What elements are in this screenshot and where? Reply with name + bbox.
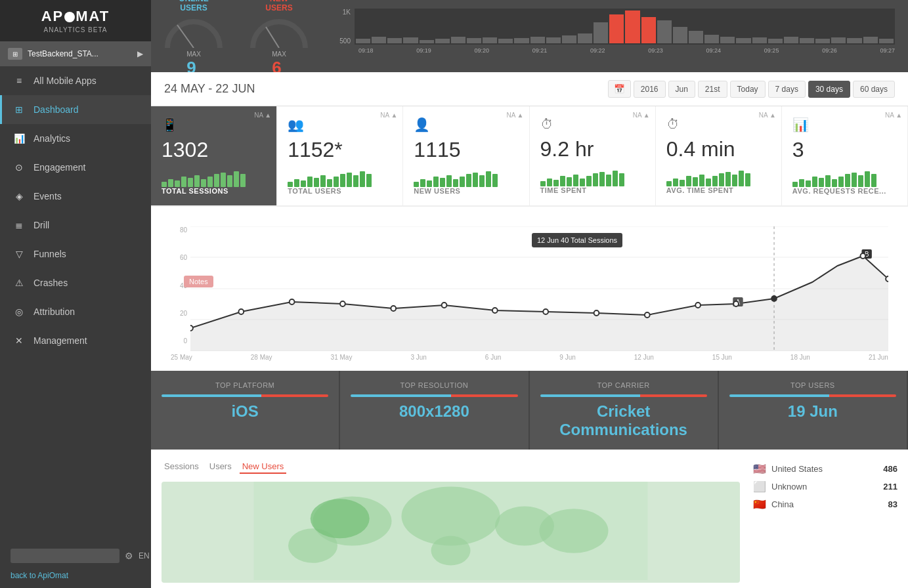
time-label: 09:19 (416, 47, 431, 54)
chevron-right-icon: ▶ (137, 49, 143, 58)
sidebar-item-drill[interactable]: ≣Drill (0, 211, 151, 240)
mini-bar (372, 37, 386, 43)
time-label: 09:18 (358, 47, 374, 54)
mini-bar (594, 22, 608, 43)
attribution-icon: ◎ (12, 305, 26, 318)
map-tab-sessions[interactable]: Sessions (162, 460, 202, 474)
date-btn-jun[interactable]: Jun (668, 81, 695, 98)
date-btn-21st[interactable]: 21st (698, 81, 727, 98)
metric-value-3: 9.2 hr (540, 137, 645, 161)
mini-bar (800, 38, 814, 43)
metric-bars-4 (666, 167, 771, 186)
svg-point-24 (886, 276, 888, 282)
bar (599, 172, 605, 186)
chart-tooltip: 12 Jun 40 Total Sessions (532, 233, 622, 247)
bar (825, 175, 831, 187)
metric-bars-3 (540, 167, 645, 186)
sidebar-item-engagement[interactable]: ⊙Engagement (0, 153, 151, 182)
metric-card-3[interactable]: NA ▲ ⏱ 9.2 hr TIME SPENT (530, 106, 656, 205)
bar (214, 174, 219, 187)
metric-label-3: TIME SPENT (540, 186, 645, 194)
nav-label-analytics: Analytics (33, 133, 70, 144)
svg-point-33 (431, 536, 471, 566)
mini-bar (420, 40, 434, 43)
app-selector-icon: ⊞ (8, 48, 22, 60)
x-label: 21 Jun (869, 354, 888, 361)
nav-label-dashboard: Dashboard (33, 104, 79, 115)
x-label: 28 May (251, 354, 272, 361)
nav-label-management: Management (33, 335, 87, 346)
bar (420, 179, 425, 187)
sidebar-item-analytics[interactable]: 📊Analytics (0, 124, 151, 153)
chart-time-labels: 09:1809:1909:2009:2109:2209:2309:2409:25… (335, 47, 895, 54)
stat-card-top-platform: TOP PLATFORM iOS (151, 371, 340, 450)
metric-card-2[interactable]: NA ▲ 👤 1115 NEW USERS (403, 106, 529, 205)
sidebar-item-management[interactable]: ✕Management (0, 326, 151, 355)
stat-value: iOS (162, 402, 328, 421)
online-users-gauge: ONLINEUSERS MAX 9 (164, 0, 223, 78)
date-btn-30-days[interactable]: 30 days (808, 81, 850, 98)
stat-card-top-resolution: TOP RESOLUTION 800x1280 (340, 371, 529, 450)
mini-bar (815, 39, 830, 43)
legend-item: 🇨🇳 China 83 (753, 495, 897, 513)
mini-bar (863, 37, 878, 43)
bar (832, 179, 837, 187)
notes-badge[interactable]: Notes (184, 276, 213, 287)
bar (819, 178, 824, 187)
metric-icon-4: ⏱ (666, 117, 771, 132)
crashes-icon: ⚠ (12, 276, 26, 289)
funnels-icon: ▽ (12, 247, 26, 261)
gear-icon[interactable]: ⚙ (125, 551, 133, 561)
map-tab-users[interactable]: Users (207, 460, 234, 474)
date-btn-7-days[interactable]: 7 days (768, 81, 806, 98)
sidebar-item-events[interactable]: ◈Events (0, 182, 151, 211)
time-label: 09:22 (590, 47, 605, 54)
country-name: China (771, 499, 888, 509)
sidebar-item-crashes[interactable]: ⚠Crashes (0, 268, 151, 297)
bar (699, 175, 704, 186)
sidebar-item-funnels[interactable]: ▽Funnels (0, 240, 151, 268)
date-btn-60-days[interactable]: 60 days (853, 81, 895, 98)
bar (201, 179, 206, 187)
metric-card-0[interactable]: NA ▲ 📱 1302 TOTAL SESSIONS (151, 106, 277, 205)
metric-card-4[interactable]: NA ▲ ⏱ 0.4 min AVG. TIME SPENT (656, 106, 782, 205)
stat-label: TOP PLATFORM (162, 381, 328, 389)
nav-label-engagement: Engagement (33, 162, 85, 173)
svg-point-23 (860, 253, 865, 259)
app-selector[interactable]: ⊞ TestBackend_STA... ▶ (0, 41, 151, 66)
calendar-button[interactable]: 📅 (608, 80, 631, 98)
map-tab-new-users[interactable]: New Users (240, 460, 287, 474)
mini-bar (483, 37, 497, 43)
language-selector[interactable]: EN (139, 551, 150, 560)
sidebar-item-dashboard[interactable]: ⊞Dashboard (0, 95, 151, 124)
line-chart-area: 806040200 (151, 207, 908, 371)
bar (188, 178, 193, 187)
bar (314, 178, 319, 187)
stat-bar (729, 394, 896, 397)
mini-bar (736, 38, 750, 43)
bar (479, 175, 485, 187)
bar (320, 175, 326, 187)
stat-label: TOP USERS (729, 381, 896, 389)
time-label: 09:24 (706, 47, 722, 54)
world-map (162, 482, 740, 583)
date-btn-2016[interactable]: 2016 (634, 81, 666, 98)
back-to-apiomat-link[interactable]: back to ApiOmat (0, 571, 151, 588)
metric-card-1[interactable]: NA ▲ 👥 1152* TOTAL USERS (277, 106, 403, 205)
metric-card-5[interactable]: NA ▲ 📊 3 AVG. REQUESTS RECE... (782, 106, 908, 205)
metric-icon-2: 👤 (414, 117, 518, 133)
date-btn-today[interactable]: Today (730, 81, 766, 98)
bar (307, 177, 313, 187)
drill-icon: ≣ (12, 219, 26, 232)
search-input[interactable] (11, 549, 119, 563)
svg-point-26 (771, 295, 777, 302)
bar (706, 178, 711, 186)
flag-icon: ⬜ (753, 480, 766, 493)
sidebar-item-attribution[interactable]: ◎Attribution (0, 297, 151, 326)
bar (181, 177, 186, 187)
bar (168, 179, 173, 187)
sidebar-item-all-apps[interactable]: ≡All Mobile Apps (0, 66, 151, 95)
bar (175, 180, 180, 187)
bar (725, 172, 731, 186)
nav-label-funnels: Funnels (33, 249, 66, 259)
